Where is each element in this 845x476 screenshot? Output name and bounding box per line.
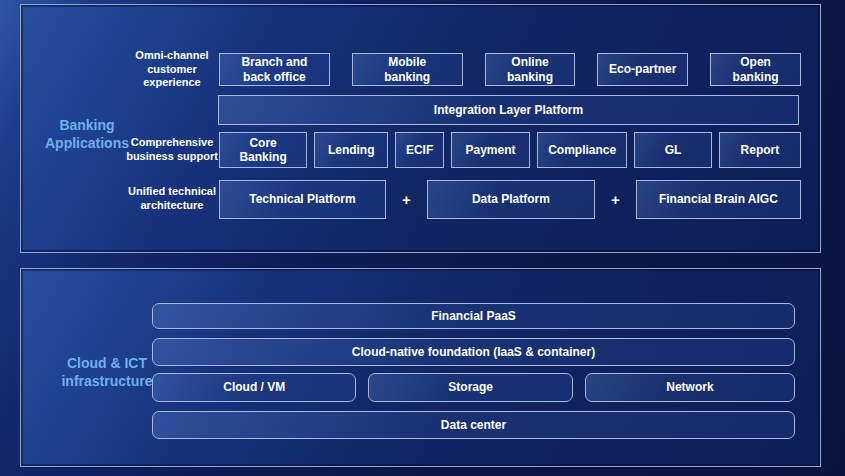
technical-architecture-row: Unified technical architecture Technical… bbox=[125, 178, 801, 220]
box-compliance: Compliance bbox=[537, 132, 627, 168]
technical-architecture-row-label: Unified technical architecture bbox=[125, 185, 219, 213]
box-gl: GL bbox=[634, 132, 711, 168]
box-core-banking: Core Banking bbox=[219, 132, 307, 168]
box-branch-back-office: Branch and back office bbox=[219, 53, 330, 86]
omni-channel-row-label: Omni-channel customer experience bbox=[125, 49, 219, 90]
cloud-stack: Financial PaaS Cloud-native foundation (… bbox=[152, 303, 795, 439]
business-support-row-label: Comprehensive business support bbox=[125, 136, 219, 164]
box-storage: Storage bbox=[368, 373, 572, 402]
box-ecif: ECIF bbox=[395, 132, 444, 168]
cloud-ict-panel: Cloud & ICT infrastructure Financial Paa… bbox=[20, 268, 821, 467]
box-cloud-vm: Cloud / VM bbox=[152, 373, 356, 402]
box-payment: Payment bbox=[451, 132, 530, 168]
business-support-boxes: Core Banking Lending ECIF Payment Compli… bbox=[219, 132, 801, 168]
plus-separator-1: + bbox=[386, 180, 427, 219]
box-data-platform: Data Platform bbox=[427, 180, 595, 219]
box-online-banking: Online banking bbox=[485, 53, 576, 86]
technical-architecture-boxes: Technical Platform + Data Platform + Fin… bbox=[219, 180, 801, 219]
box-network: Network bbox=[585, 373, 795, 402]
page-background: { "colors": { "background_navy": "#0A164… bbox=[0, 0, 845, 476]
business-support-row: Comprehensive business support Core Bank… bbox=[125, 130, 801, 170]
box-eco-partner: Eco-partner bbox=[597, 53, 688, 86]
box-mobile-banking: Mobile banking bbox=[352, 53, 463, 86]
omni-channel-row: Omni-channel customer experience Branch … bbox=[125, 49, 801, 90]
box-data-center: Data center bbox=[152, 411, 795, 439]
box-open-banking: Open banking bbox=[710, 53, 801, 86]
iaas-resources-row: Cloud / VM Storage Network bbox=[152, 373, 795, 402]
plus-separator-2: + bbox=[595, 180, 636, 219]
box-lending: Lending bbox=[314, 132, 388, 168]
box-financial-paas: Financial PaaS bbox=[152, 303, 795, 329]
banking-applications-panel: Banking Applications Omni-channel custom… bbox=[20, 4, 821, 253]
box-cloud-native-foundation: Cloud-native foundation (IaaS & containe… bbox=[152, 338, 795, 366]
box-technical-platform: Technical Platform bbox=[219, 180, 386, 219]
omni-channel-boxes: Branch and back office Mobile banking On… bbox=[219, 53, 801, 86]
box-integration-layer-platform: Integration Layer Platform bbox=[218, 95, 799, 125]
box-report: Report bbox=[719, 132, 801, 168]
box-financial-brain-aigc: Financial Brain AIGC bbox=[636, 180, 801, 219]
